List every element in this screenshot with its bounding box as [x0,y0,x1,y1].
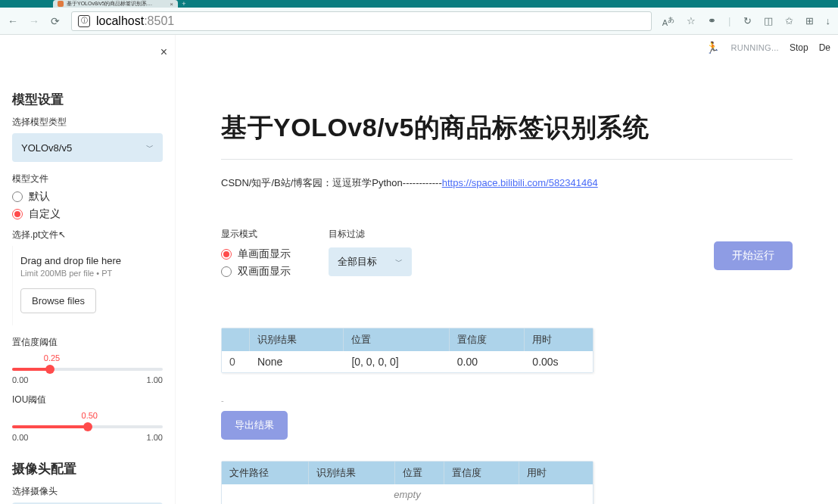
radio-icon [221,266,232,277]
chevron-down-icon: ﹀ [395,257,403,267]
sidebar: × 模型设置 选择模型类型 YOLOv8/v5 ﹀ 模型文件 默认 自定义 选择… [0,35,176,504]
browser-right-icons: Aあ ☆ ⚭ | ↻ ◫ ✩ ⊞ ↓ [662,15,830,27]
model-file-label: 模型文件 [12,173,163,185]
camera-label: 选择摄像头 [12,485,163,498]
deploy-button[interactable]: De [819,42,830,53]
slider-max: 1.00 [147,375,163,384]
th-position: 位置 [344,328,449,351]
radio-default-label: 默认 [29,190,50,204]
radio-checked-icon [221,249,232,260]
browser-tab-strip: 基于YOLOv8/v5的商品标签识别系… × + [0,0,838,8]
browser-toolbar: ← → ⟳ ⓘ localhost:8501 Aあ ☆ ⚭ | ↻ ◫ ✩ ⊞ … [0,8,838,35]
read-aloud-icon[interactable]: Aあ [662,15,674,27]
new-tab-button[interactable]: + [178,0,190,8]
slider-min: 0.00 [12,375,28,384]
running-status: RUNNING... [731,43,779,52]
table-row: 0 None [0, 0, 0, 0] 0.00 0.00s [222,351,593,372]
td-index: 0 [222,351,250,372]
bilibili-link[interactable]: https://space.bilibili.com/582341464 [442,177,598,188]
url-host: localhost:8501 [96,14,174,28]
iou-threshold-label: IOU阈值 [12,394,163,406]
pt-file-label: 选择.pt文件↖ [12,229,163,241]
target-filter-select[interactable]: 全部目标 ﹀ [329,247,412,276]
model-type-value: YOLOv8/v5 [21,142,72,154]
radio-single-display[interactable]: 单画面显示 [221,247,291,261]
collections-icon[interactable]: ✩ [785,15,793,27]
stop-button[interactable]: Stop [790,42,808,53]
th-confidence2: 置信度 [444,462,520,484]
slider-thumb[interactable] [83,422,92,431]
export-table: 文件路径 识别结果 位置 置信度 用时 empty [221,461,593,504]
th-filepath: 文件路径 [222,462,309,484]
td-position: [0, 0, 0, 0] [344,351,449,372]
dropzone-limit: Limit 200MB per file • PT [20,269,155,278]
back-button[interactable]: ← [8,16,18,26]
section-divider: - [221,396,793,405]
split-icon[interactable]: ◫ [764,15,773,27]
address-bar[interactable]: ⓘ localhost:8501 [71,11,652,31]
iou-slider[interactable]: 0.50 0.00 1.00 [12,411,163,442]
radio-custom-label: 自定义 [29,207,61,221]
display-mode-label: 显示模式 [221,228,291,241]
th-position2: 位置 [395,462,444,484]
target-filter-label: 目标过滤 [329,228,412,241]
result-table: 识别结果 位置 置信度 用时 0 None [0, 0, 0, 0] 0.00 … [221,328,593,373]
radio-custom[interactable]: 自定义 [12,207,163,221]
sidebar-section-camera-title: 摄像头配置 [12,460,163,478]
target-filter-value: 全部目标 [338,255,377,269]
file-dropzone[interactable]: Drag and drop file here Limit 200MB per … [12,246,163,325]
radio-double-display[interactable]: 双画面显示 [221,265,291,278]
slider-max: 1.00 [147,433,163,442]
radio-double-label: 双画面显示 [238,265,291,278]
browser-tab-active[interactable]: 基于YOLOv8/v5的商品标签识别系… × [53,0,178,8]
empty-row: empty [222,484,593,504]
forward-button: → [29,16,39,26]
tab-close-icon[interactable]: × [170,1,173,8]
th-result2: 识别结果 [309,462,396,484]
title-divider [221,159,793,160]
infinity-icon[interactable]: ⚭ [708,15,716,27]
td-result: None [250,351,344,372]
close-sidebar-icon[interactable]: × [160,45,167,59]
cursor-icon: ↖ [58,229,66,240]
radio-icon [12,191,23,202]
th-time: 用时 [525,328,593,351]
sidebar-section-model-title: 模型设置 [12,91,163,108]
td-confidence: 0.00 [450,351,525,372]
favorite-icon[interactable]: ☆ [687,15,696,27]
conf-value: 0.25 [44,353,60,362]
dropzone-text: Drag and drop file here [20,255,155,266]
sync-icon[interactable]: ↻ [743,15,752,27]
browse-files-button[interactable]: Browse files [20,288,96,313]
model-type-select[interactable]: YOLOv8/v5 ﹀ [12,133,163,162]
model-type-label: 选择模型类型 [12,116,163,129]
run-button[interactable]: 开始运行 [714,241,793,270]
tab-favicon-icon [58,1,64,7]
conf-threshold-label: 置信度阈值 [12,336,163,349]
subtitle: CSDN/知乎/B站/博客园：逗逗班学Python------------htt… [221,176,793,190]
extensions-icon[interactable]: ⊞ [805,15,814,27]
export-button[interactable]: 导出结果 [221,411,288,440]
th-index [222,328,250,351]
td-time: 0.00s [525,351,593,372]
slider-min: 0.00 [12,433,28,442]
running-person-icon: 🏃 [706,41,720,54]
th-time2: 用时 [519,462,593,484]
th-result: 识别结果 [250,328,344,351]
radio-checked-icon [12,209,23,219]
status-bar: 🏃 RUNNING... Stop De [706,41,830,54]
radio-single-label: 单画面显示 [238,247,291,261]
radio-default[interactable]: 默认 [12,190,163,204]
subtitle-text: CSDN/知乎/B站/博客园：逗逗班学Python------------ [221,177,442,188]
refresh-button[interactable]: ⟳ [50,16,61,26]
th-confidence: 置信度 [450,328,525,351]
conf-slider[interactable]: 0.25 0.00 1.00 [12,353,163,384]
slider-thumb[interactable] [45,365,55,374]
iou-value: 0.50 [82,411,98,420]
tab-title: 基于YOLOv8/v5的商品标签识别系… [67,0,152,8]
downloads-icon[interactable]: ↓ [826,15,831,27]
chevron-down-icon: ﹀ [146,142,154,153]
page-title: 基于YOLOv8/v5的商品标签识别系统 [221,110,793,145]
info-icon[interactable]: ⓘ [78,15,90,27]
